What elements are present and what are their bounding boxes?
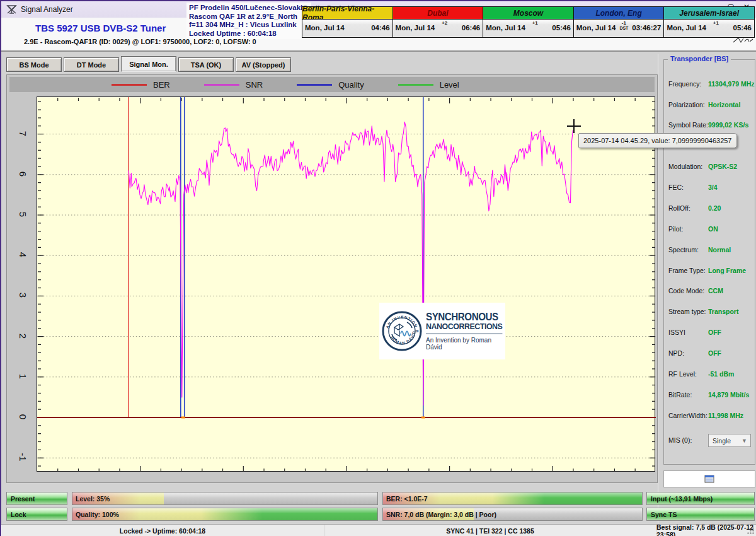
transponder-label: Pilot:	[668, 225, 683, 233]
ber-bar: BER: <1.0E-7	[382, 492, 643, 505]
sync-ts-indicator: Sync TS	[646, 508, 755, 521]
transponder-label: RF Level:	[668, 370, 697, 378]
watermark-line2: NANOCORRECTIONS	[426, 322, 502, 334]
transponder-row: Code Mode:CCM	[664, 287, 755, 297]
y-tick-label: 7	[17, 126, 30, 141]
transponder-row: BitRate:14,879 Mbit/s	[664, 391, 755, 401]
invention-badge-icon: AN INVENTION BY ROMAN DÁVID	[382, 311, 422, 351]
transponder-label: Frame Type:	[668, 267, 706, 274]
transponder-row: FEC:3/4	[664, 184, 755, 194]
transponder-value: 11,998 MHz	[708, 412, 743, 419]
transponder-label: Spectrum:	[668, 246, 699, 253]
chart-legend: BERSNRQualityLevel	[9, 77, 655, 92]
world-clock: Dubai Mon, Jul 14 +2 06:46	[392, 6, 484, 38]
signal-plot-area[interactable]	[37, 96, 655, 472]
legend-item-level: Level	[398, 80, 459, 90]
clock-utc-offset: -1DST	[619, 21, 628, 31]
clock-city-label: Jerusalem-Israel	[664, 7, 754, 20]
statusbar-sync: SYNC 41 | TEI 322 | CC 1385	[324, 525, 656, 536]
transponder-label: ISSYI	[668, 329, 685, 336]
transponder-label: RollOff:	[668, 204, 690, 212]
clock-date: Mon, Jul 14	[576, 24, 616, 32]
mode-tabs: BS ModeDT ModeSignal Mon.TSA (OK)AV (Sto…	[6, 57, 291, 72]
mis-dropdown[interactable]: Single ▼	[708, 434, 751, 447]
lock-indicator: Lock	[6, 508, 67, 521]
device-button[interactable]	[663, 470, 755, 487]
transponder-row: Symbol Rate:9999,02 KS/s	[664, 121, 755, 131]
legend-label: BER	[153, 80, 170, 90]
watermark-line3: An Invention by Roman Dávid	[426, 337, 509, 351]
transponder-label: Symbol Rate:	[668, 121, 708, 129]
chevron-down-icon: ▼	[742, 438, 747, 444]
device-icon	[704, 475, 714, 483]
legend-swatch	[297, 84, 332, 86]
transponder-row: NPD:OFF	[664, 349, 755, 359]
transponder-value: Transport	[708, 308, 738, 315]
clock-time: 05:46	[733, 24, 752, 32]
transponder-value: QPSK-S2	[708, 163, 737, 170]
info-line: f=11 304 MHz_H : Vicus Luxlink	[189, 21, 309, 30]
transponder-row: CarrierWidth:11,998 MHz	[664, 412, 755, 422]
transponder-value: OFF	[708, 349, 721, 357]
resize-grip[interactable]	[747, 527, 755, 535]
tab-av-stopped-[interactable]: AV (Stopped)	[236, 57, 291, 72]
signal-plot-canvas	[37, 97, 656, 472]
tab-signal-mon-[interactable]: Signal Mon.	[121, 56, 176, 72]
info-line: Locked Uptime : 60:04:18	[189, 30, 309, 38]
world-clock: London, Eng Mon, Jul 14 -1DST 03:46:27	[573, 6, 665, 38]
clock-city-label: Berlin-Paris-Vienna-Roma	[302, 7, 392, 20]
clock-date: Mon, Jul 14	[305, 24, 345, 32]
transponder-row: Frame Type:Long Frame	[664, 267, 755, 277]
transponder-value: OFF	[708, 329, 721, 336]
transponder-label: FEC:	[668, 184, 684, 191]
transponder-value: 9999,02 KS/s	[708, 121, 748, 129]
clock-time: 04:46	[371, 24, 389, 32]
transponder-value: Horizontal	[708, 101, 740, 108]
statusbar-uptime: Locked -> Uptime: 60:04:18	[1, 525, 324, 536]
transponder-value: Long Frame	[708, 267, 746, 274]
y-tick-label: 2	[17, 329, 30, 344]
transponder-row: ISSYIOFF	[664, 329, 755, 339]
tuner-title: TBS 5927 USB DVB-S2 Tuner	[35, 23, 166, 33]
legend-label: Level	[440, 80, 459, 90]
transponder-row: Modulation:QPSK-S2	[664, 163, 755, 173]
transponder-value: -51 dBm	[708, 370, 734, 378]
snr-bar: SNR: 7,0 dB (Margin: 3,0 dB | Poor)	[382, 508, 643, 521]
info-line: PF Prodelin 450/Lučenec-Slovakia	[189, 4, 309, 13]
transponder-value: 14,879 Mbit/s	[708, 391, 749, 399]
legend-swatch	[398, 84, 433, 86]
transponder-value: 3/4	[708, 184, 718, 191]
tab-dt-mode[interactable]: DT Mode	[64, 57, 119, 72]
transponder-label: Frequency:	[668, 80, 702, 88]
signal-chart-panel: BERSNRQualityLevel -101234567	[6, 74, 658, 483]
clock-date: Mon, Jul 14	[486, 24, 525, 32]
transponder-row: RollOff:0.20	[664, 204, 755, 214]
transponder-row: Pilot:ON	[664, 225, 755, 235]
y-axis-labels: -101234567	[11, 96, 32, 472]
legend-label: Quality	[338, 80, 364, 90]
level-bar: Level: 35%	[72, 492, 378, 505]
quality-bar: Quality: 100%	[72, 508, 378, 521]
clock-body: Mon, Jul 14 +2 06:46	[393, 20, 483, 37]
watermark-line1: SYNCHRONOUS	[426, 312, 502, 322]
transponder-value: ON	[708, 225, 718, 233]
clock-date: Mon, Jul 14	[396, 24, 435, 32]
world-clock: Jerusalem-Israel Mon, Jul 14 +1 05:46	[663, 6, 755, 38]
transponder-row: RF Level:-51 dBm	[664, 370, 755, 380]
transponder-value: Normal	[708, 246, 731, 253]
y-tick-label: -1	[17, 450, 30, 465]
tab-bs-mode[interactable]: BS Mode	[6, 57, 62, 72]
transponder-label: Code Mode:	[668, 287, 704, 294]
transponder-label: CarrierWidth:	[668, 412, 707, 419]
transponder-label: NPD:	[668, 349, 684, 357]
transponder-panel: Transponder [BS] Frequency:11304,979 MHz…	[658, 54, 756, 536]
transponder-title: Transponder [BS]	[668, 55, 731, 62]
antenna-info-block: PF Prodelin 450/Lučenec-Slovakia Rascom …	[186, 3, 311, 39]
y-tick-label: 0	[17, 409, 30, 424]
tab-tsa-ok-[interactable]: TSA (OK)	[178, 57, 234, 72]
transponder-label: Polarization:	[668, 101, 705, 108]
y-tick-label: 1	[17, 369, 30, 384]
input-indicator: Input (~13,91 Mbps)	[646, 492, 755, 505]
clock-body: Mon, Jul 14 -1DST 03:46:27	[574, 20, 664, 37]
window-title: Signal Analyzer	[21, 5, 73, 14]
